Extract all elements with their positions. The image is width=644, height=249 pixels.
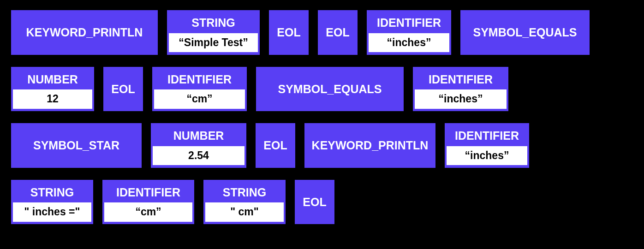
token-value: 12	[13, 89, 92, 109]
token-row: SYMBOL_STARNUMBER2.54EOLKEYWORD_PRINTLNI…	[11, 123, 633, 168]
token-type: SYMBOL_EQUALS	[269, 69, 390, 110]
token-stream-diagram: KEYWORD_PRINTLNSTRING“Simple Test”EOLEOL…	[0, 0, 644, 249]
token-type: IDENTIFIER	[369, 12, 449, 33]
token-value: " cm"	[205, 202, 284, 222]
token-row: NUMBER12EOLIDENTIFIER“cm”SYMBOL_EQUALSID…	[11, 67, 633, 112]
token-type: STRING	[169, 12, 258, 33]
token: EOL	[256, 123, 295, 168]
token-type: IDENTIFIER	[447, 125, 527, 146]
token-value: “inches”	[415, 89, 507, 109]
token-row: STRING" inches ="IDENTIFIER“cm”STRING" c…	[11, 180, 633, 225]
token: STRING" inches ="	[11, 180, 93, 225]
token-type: EOL	[255, 125, 295, 166]
token: KEYWORD_PRINTLN	[304, 123, 435, 168]
token-type: NUMBER	[13, 69, 92, 90]
token-value: “Simple Test”	[169, 33, 258, 53]
token-value: “inches”	[369, 33, 449, 53]
token-type: EOL	[317, 12, 358, 53]
token: STRING" cm"	[203, 180, 286, 225]
token: NUMBER12	[11, 67, 94, 112]
token-type: NUMBER	[153, 125, 244, 146]
token-value: 2.54	[153, 146, 244, 166]
token-type: STRING	[205, 182, 284, 203]
token: IDENTIFIER“inches”	[367, 10, 451, 55]
token: EOL	[103, 67, 143, 112]
token-value: " inches ="	[13, 202, 91, 222]
token: EOL	[269, 10, 309, 55]
token-type: SYMBOL_STAR	[25, 125, 128, 166]
token: KEYWORD_PRINTLN	[11, 10, 158, 55]
token: NUMBER2.54	[151, 123, 246, 168]
token-value: “inches”	[447, 146, 527, 166]
token: SYMBOL_EQUALS	[460, 10, 590, 55]
token-row: KEYWORD_PRINTLNSTRING“Simple Test”EOLEOL…	[11, 10, 633, 55]
token-type: EOL	[268, 12, 309, 53]
token: IDENTIFIER“inches”	[445, 123, 529, 168]
token: SYMBOL_STAR	[11, 123, 142, 168]
token: IDENTIFIER“cm”	[102, 180, 194, 225]
token-type: IDENTIFIER	[104, 182, 192, 203]
token-type: EOL	[103, 69, 143, 110]
token-type: KEYWORD_PRINTLN	[18, 12, 151, 53]
token-type: SYMBOL_EQUALS	[465, 12, 585, 53]
token-type: STRING	[13, 182, 91, 203]
token: IDENTIFIER“inches”	[413, 67, 508, 112]
token-type: IDENTIFIER	[154, 69, 245, 90]
token-type: KEYWORD_PRINTLN	[304, 125, 437, 166]
token-value: “cm”	[154, 89, 245, 109]
token: STRING“Simple Test”	[167, 10, 260, 55]
token: SYMBOL_EQUALS	[256, 67, 404, 112]
token: EOL	[318, 10, 358, 55]
token: EOL	[295, 180, 334, 225]
token-type: EOL	[294, 182, 334, 223]
token-rows: KEYWORD_PRINTLNSTRING“Simple Test”EOLEOL…	[11, 10, 633, 224]
token-type: IDENTIFIER	[415, 69, 507, 90]
token: IDENTIFIER“cm”	[152, 67, 247, 112]
token-value: “cm”	[104, 202, 192, 222]
